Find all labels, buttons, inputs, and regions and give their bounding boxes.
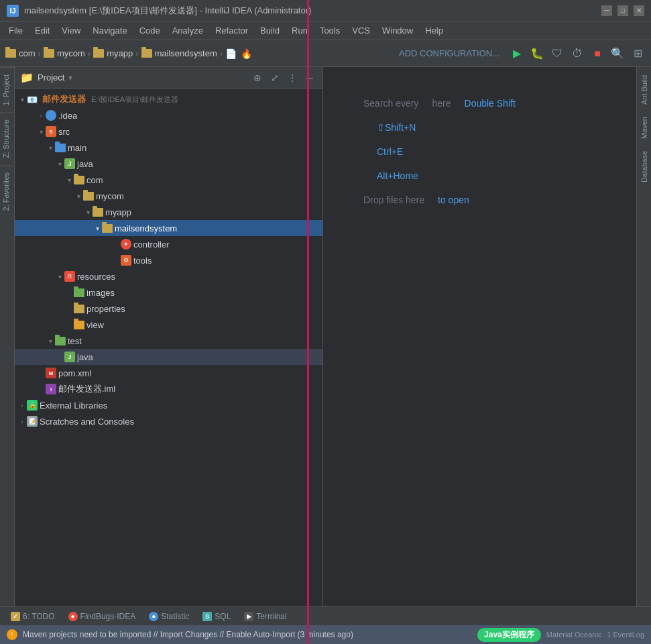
debug-button[interactable]: 🐛 [529, 46, 545, 62]
tree-item-external[interactable]: 🔒 External Libraries [15, 397, 322, 413]
idea-icon [46, 110, 56, 121]
stat-icon: ● [149, 612, 158, 621]
tree-item-properties[interactable]: properties [15, 301, 322, 317]
menu-file[interactable]: File [3, 23, 28, 38]
terminal-label: Terminal [256, 612, 286, 621]
menu-navigate[interactable]: Navigate [87, 23, 132, 38]
menu-vcs[interactable]: VCS [347, 23, 375, 38]
sidebar-tab-structure[interactable]: Z: Structure [0, 112, 14, 164]
panel-settings-icon[interactable]: ⊕ [250, 70, 265, 85]
mailsendsystem-label: mailsendsystem [115, 223, 177, 233]
menu-help[interactable]: Help [420, 23, 449, 38]
panel-menu-icon[interactable]: ⋮ [285, 70, 300, 85]
tree-item-mycom[interactable]: mycom [15, 188, 322, 204]
profile-button[interactable]: ⏱ [569, 46, 585, 62]
hint-go-to-file-shortcut: ⇧Shift+N [377, 122, 416, 133]
tree-item-myapp[interactable]: myapp [15, 204, 322, 220]
maximize-button[interactable]: □ [617, 5, 628, 16]
scratches-arrow [17, 418, 27, 425]
tree-item-idea[interactable]: .idea [15, 107, 322, 123]
breadcrumb-com-icon [5, 49, 16, 58]
resources-arrow [55, 273, 64, 280]
myapp-folder-icon [93, 208, 103, 217]
breadcrumb-myapp[interactable]: myapp [107, 48, 133, 58]
search-button[interactable]: 🔍 [609, 46, 626, 62]
idea-label: .idea [58, 111, 77, 121]
status-right: Java实例程序 Material Oceanic 1 EventLog [477, 628, 644, 642]
tree-item-images[interactable]: images [15, 284, 322, 301]
tree-item-tools[interactable]: ⚙ tools [15, 252, 322, 268]
window-title: mailsendsystem [E:\预IDEA项目\邮件发送器] - Inte… [24, 5, 601, 17]
breadcrumb: com › mycom › myapp › mailsendsystem › 📄… [5, 48, 390, 59]
properties-folder-icon [74, 305, 84, 313]
breadcrumb-mailsendsystem[interactable]: mailsendsystem [155, 48, 217, 58]
breadcrumb-mycom[interactable]: mycom [57, 48, 85, 58]
bottom-tab-statistic[interactable]: ● Statistic [143, 610, 194, 623]
menu-tools[interactable]: Tools [314, 23, 345, 38]
menu-analyze[interactable]: Analyze [167, 23, 209, 38]
tree-item-test[interactable]: test [15, 333, 322, 349]
controller-icon: ✦ [121, 239, 131, 250]
hint-drop-files-text: Drop files here [363, 195, 424, 205]
panel-expand-icon[interactable]: ⤢ [268, 70, 282, 85]
tree-item-mailsendsystem[interactable]: mailsendsystem [15, 220, 322, 236]
breadcrumb-sep-4: › [220, 48, 223, 58]
hint-navigation-bar: Alt+Home [363, 166, 596, 185]
tree-item-com[interactable]: com [15, 172, 322, 188]
root-label: 邮件发送器 [42, 93, 86, 105]
status-bar: ! Maven projects need to be imported // … [0, 625, 651, 644]
tree-item-pom[interactable]: M pom.xml [15, 365, 322, 381]
menu-refactor[interactable]: Refactor [210, 23, 253, 38]
menu-window[interactable]: Window [377, 23, 418, 38]
coverage-button[interactable]: 🛡 [549, 46, 565, 62]
iml-icon: I [46, 384, 56, 394]
stop-button[interactable]: ■ [589, 46, 605, 62]
bottom-tab-todo[interactable]: ✓ 6: TODO [5, 610, 60, 623]
tree-item-main[interactable]: main [15, 140, 322, 156]
right-tab-database[interactable]: Database [639, 146, 650, 188]
tree-item-root[interactable]: 📧 邮件发送器 E:\预IDEA项目\邮件发送器 [15, 91, 322, 107]
menu-code[interactable]: Code [134, 23, 166, 38]
myapp-arrow [83, 209, 93, 216]
panel-dropdown-icon[interactable]: ▾ [68, 73, 72, 83]
test-folder-icon [55, 337, 66, 345]
search-overlay: Search every here Double Shift ⇧Shift+N … [323, 67, 636, 236]
breadcrumb-sep-3: › [135, 48, 138, 58]
hint-drop-files: Drop files here to open [363, 191, 596, 209]
menu-view[interactable]: View [56, 23, 86, 38]
tree-item-resources[interactable]: R resources [15, 268, 322, 284]
tree-item-controller[interactable]: ✦ controller [15, 236, 322, 252]
right-tab-maven[interactable]: Maven [639, 111, 650, 144]
add-configuration-button[interactable]: ADD CONFIGURATION... [392, 46, 506, 61]
bottom-tab-sql[interactable]: S SQL [197, 610, 236, 623]
settings-grid-button[interactable]: ⊞ [630, 46, 646, 62]
breadcrumb-com[interactable]: com [19, 48, 36, 58]
menu-edit[interactable]: Edit [29, 23, 55, 38]
images-folder-icon [74, 288, 84, 297]
right-tab-ant-build[interactable]: Ant Build [639, 70, 650, 110]
bottom-tab-terminal[interactable]: ▶ Terminal [239, 610, 292, 623]
root-path: E:\预IDEA项目\邮件发送器 [91, 95, 178, 105]
pink-separator [307, 0, 309, 644]
tree-item-java[interactable]: J java [15, 156, 322, 172]
project-tree: 📧 邮件发送器 E:\预IDEA项目\邮件发送器 .idea s src [15, 89, 322, 606]
panel-close-icon[interactable]: ─ [302, 70, 317, 85]
menu-build[interactable]: Build [255, 23, 285, 38]
tree-item-view[interactable]: view [15, 317, 322, 333]
sidebar-tab-favorites[interactable]: 2: Favorites [0, 165, 14, 217]
sidebar-tab-project[interactable]: 1: Project [0, 67, 14, 112]
run-button[interactable]: ▶ [509, 46, 525, 62]
tree-item-scratches[interactable]: 📝 Scratches and Consoles [15, 413, 322, 429]
minimize-button[interactable]: ─ [601, 5, 612, 16]
external-icon: 🔒 [27, 400, 38, 411]
src-arrow [36, 128, 46, 136]
hint-drop-files-shortcut: to open [438, 195, 469, 205]
tree-item-src[interactable]: s src [15, 123, 322, 140]
scratches-icon: 📝 [27, 416, 38, 427]
findbugs-icon: ● [68, 612, 78, 621]
tree-item-test-java[interactable]: J java [15, 349, 322, 365]
bottom-tab-findbugs[interactable]: ● FindBugs-IDEA [63, 610, 141, 623]
close-button[interactable]: ✕ [634, 5, 644, 16]
tree-item-iml[interactable]: I 邮件发送器.iml [15, 381, 322, 397]
menu-bar: File Edit View Navigate Code Analyze Ref… [0, 21, 651, 40]
